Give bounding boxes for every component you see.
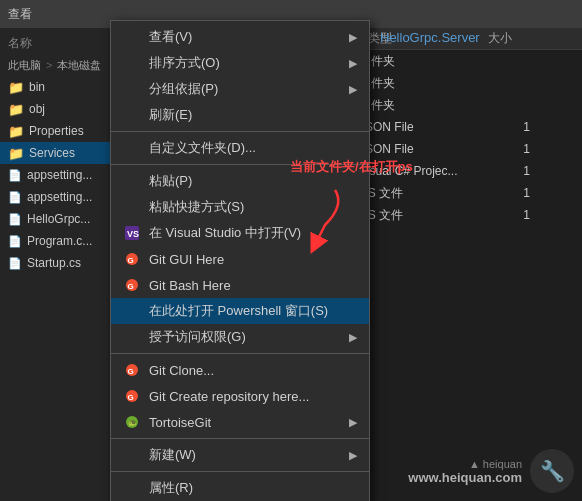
menu-item-left: 刷新(E) bbox=[123, 106, 192, 124]
menu-item-icon bbox=[123, 328, 141, 346]
menu-arrow-icon: ▶ bbox=[349, 416, 357, 429]
left-file-name: bin bbox=[29, 80, 45, 94]
svg-text:G: G bbox=[128, 367, 134, 376]
menu-item-left: 属性(R) bbox=[123, 479, 193, 497]
menu-item-left: 粘贴快捷方式(S) bbox=[123, 198, 244, 216]
menu-item-icon: VS bbox=[123, 224, 141, 242]
menu-item-label: 属性(R) bbox=[149, 479, 193, 497]
menu-item-icon bbox=[123, 172, 141, 190]
menu-item-icon: 🐢 bbox=[123, 413, 141, 431]
menu-item-icon bbox=[123, 479, 141, 497]
menu-item[interactable]: 自定义文件夹(D)... bbox=[111, 135, 369, 161]
menu-item[interactable]: GGit GUI Here bbox=[111, 246, 369, 272]
menu-item-label: 在 Visual Studio 中打开(V) bbox=[149, 224, 301, 242]
menu-item-label: 新建(W) bbox=[149, 446, 196, 464]
menu-arrow-icon: ▶ bbox=[349, 331, 357, 344]
menu-item-left: GGit GUI Here bbox=[123, 250, 224, 268]
right-panel-title: HelloGrpc.Server bbox=[380, 30, 480, 45]
file-icon: 📄 bbox=[8, 169, 22, 182]
menu-item-icon bbox=[123, 302, 141, 320]
menu-item-icon: G bbox=[123, 250, 141, 268]
menu-divider bbox=[111, 131, 369, 132]
menu-item-icon: G bbox=[123, 387, 141, 405]
left-file-name: Startup.cs bbox=[27, 256, 81, 270]
menu-item[interactable]: 新建(W)▶ bbox=[111, 442, 369, 468]
menu-item-icon: G bbox=[123, 276, 141, 294]
right-file-type: 文件夹 bbox=[359, 75, 474, 92]
menu-item-left: 在此处打开 Powershell 窗口(S) bbox=[123, 302, 328, 320]
menu-item-left: 授予访问权限(G) bbox=[123, 328, 246, 346]
right-file-type: JSON File bbox=[359, 142, 474, 156]
menu-item-icon bbox=[123, 80, 141, 98]
breadcrumb-pc: 此电脑 bbox=[8, 58, 41, 73]
menu-item-label: 查看(V) bbox=[149, 28, 192, 46]
menu-item[interactable]: 排序方式(O)▶ bbox=[111, 50, 369, 76]
menu-item-label: Git Create repository here... bbox=[149, 389, 309, 404]
menu-divider bbox=[111, 471, 369, 472]
left-file-name: obj bbox=[29, 102, 45, 116]
menu-item-left: VS在 Visual Studio 中打开(V) bbox=[123, 224, 301, 242]
menu-item[interactable]: 查看(V)▶ bbox=[111, 24, 369, 50]
file-icon: 📄 bbox=[8, 257, 22, 270]
watermark-line1: ▲ heiquan bbox=[408, 458, 522, 470]
menu-item[interactable]: 授予访问权限(G)▶ bbox=[111, 324, 369, 350]
menu-arrow-icon: ▶ bbox=[349, 83, 357, 96]
menu-item-label: 授予访问权限(G) bbox=[149, 328, 246, 346]
menu-item-icon: G bbox=[123, 361, 141, 379]
svg-text:G: G bbox=[128, 256, 134, 265]
left-file-name: appsetting... bbox=[27, 168, 92, 182]
right-file-size: 1 bbox=[480, 186, 530, 200]
menu-item[interactable]: VS在 Visual Studio 中打开(V) bbox=[111, 220, 369, 246]
folder-icon: 📁 bbox=[8, 146, 24, 161]
menu-arrow-icon: ▶ bbox=[349, 449, 357, 462]
svg-text:🐢: 🐢 bbox=[128, 418, 137, 427]
menu-item-left: 排序方式(O) bbox=[123, 54, 220, 72]
menu-divider bbox=[111, 164, 369, 165]
menu-item-label: Git Clone... bbox=[149, 363, 214, 378]
menu-item[interactable]: GGit Create repository here... bbox=[111, 383, 369, 409]
right-file-type: CS 文件 bbox=[359, 185, 474, 202]
left-file-name: appsetting... bbox=[27, 190, 92, 204]
menu-item-left: GGit Clone... bbox=[123, 361, 214, 379]
menu-item[interactable]: 🐢TortoiseGit▶ bbox=[111, 409, 369, 435]
menu-item-left: 🐢TortoiseGit bbox=[123, 413, 211, 431]
menu-item[interactable]: GGit Clone... bbox=[111, 357, 369, 383]
menu-item[interactable]: 属性(R) bbox=[111, 475, 369, 501]
menu-arrow-icon: ▶ bbox=[349, 31, 357, 44]
file-icon: 📄 bbox=[8, 213, 22, 226]
right-file-type: Visual C# Projec... bbox=[359, 164, 474, 178]
menu-item[interactable]: 刷新(E) bbox=[111, 102, 369, 128]
left-file-name: Program.c... bbox=[27, 234, 92, 248]
left-file-name: Services bbox=[29, 146, 75, 160]
right-file-type: CS 文件 bbox=[359, 207, 474, 224]
file-icon: 📄 bbox=[8, 235, 22, 248]
menu-item-icon bbox=[123, 446, 141, 464]
menu-item-icon bbox=[123, 28, 141, 46]
menu-item-label: Git GUI Here bbox=[149, 252, 224, 267]
context-menu[interactable]: 查看(V)▶排序方式(O)▶分组依据(P)▶刷新(E)自定义文件夹(D)...粘… bbox=[110, 20, 370, 501]
menu-item[interactable]: 分组依据(P)▶ bbox=[111, 76, 369, 102]
right-file-type: 文件夹 bbox=[359, 97, 474, 114]
menu-item-label: 排序方式(O) bbox=[149, 54, 220, 72]
menu-item[interactable]: GGit Bash Here bbox=[111, 272, 369, 298]
menu-item-left: 新建(W) bbox=[123, 446, 196, 464]
svg-text:G: G bbox=[128, 393, 134, 402]
breadcrumb-disk: 本地磁盘 bbox=[57, 58, 101, 73]
menu-item-label: 刷新(E) bbox=[149, 106, 192, 124]
svg-text:VS: VS bbox=[127, 229, 139, 239]
left-panel-title: 名称 bbox=[8, 35, 32, 52]
menu-item-label: TortoiseGit bbox=[149, 415, 211, 430]
watermark: ▲ heiquan www.heiquan.com 🔧 bbox=[408, 449, 574, 493]
menu-item-label: 自定义文件夹(D)... bbox=[149, 139, 256, 157]
col-header-size: 大小 bbox=[488, 30, 548, 47]
menu-item-left: 自定义文件夹(D)... bbox=[123, 139, 256, 157]
menu-item-label: 粘贴(P) bbox=[149, 172, 192, 190]
menu-divider bbox=[111, 438, 369, 439]
menu-item-label: 粘贴快捷方式(S) bbox=[149, 198, 244, 216]
menu-item[interactable]: 在此处打开 Powershell 窗口(S) bbox=[111, 298, 369, 324]
menu-item[interactable]: 粘贴快捷方式(S) bbox=[111, 194, 369, 220]
right-file-size: 1 bbox=[480, 164, 530, 178]
menu-item[interactable]: 粘贴(P) bbox=[111, 168, 369, 194]
menu-item-left: GGit Bash Here bbox=[123, 276, 231, 294]
menu-item-icon bbox=[123, 198, 141, 216]
